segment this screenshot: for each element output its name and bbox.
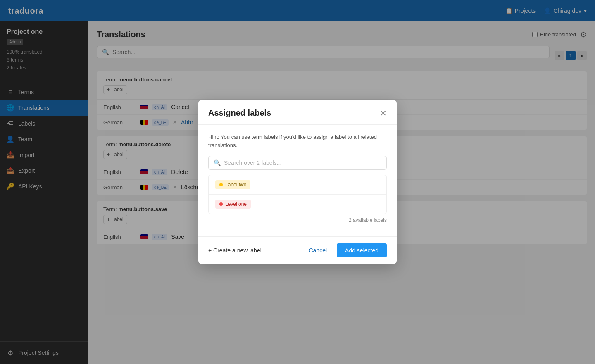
modal-search-icon: 🔍	[214, 159, 221, 166]
label-dot	[219, 183, 223, 186]
list-item[interactable]: Label two	[209, 175, 386, 195]
modal-title: Assigned labels	[208, 108, 271, 118]
create-new-label-btn[interactable]: + Create a new label	[208, 247, 262, 254]
cancel-btn[interactable]: Cancel	[302, 243, 333, 257]
add-selected-btn[interactable]: Add selected	[337, 243, 387, 257]
list-item[interactable]: Level one	[209, 195, 386, 214]
label-text: Label two	[225, 182, 246, 188]
modal-close-btn[interactable]: ✕	[380, 109, 387, 117]
modal-header: Assigned labels ✕	[198, 100, 397, 125]
modal-body: Hint: You can use term labels if you'd l…	[198, 125, 397, 236]
label-tag-red: Level one	[215, 200, 251, 209]
label-tag-yellow: Label two	[215, 180, 250, 189]
modal-footer: + Create a new label Cancel Add selected	[198, 236, 397, 264]
modal-actions: Cancel Add selected	[302, 243, 387, 257]
label-text: Level one	[225, 201, 247, 207]
label-dot	[219, 202, 223, 206]
assigned-labels-modal: Assigned labels ✕ Hint: You can use term…	[198, 100, 397, 264]
modal-search-input[interactable]	[224, 159, 381, 166]
available-count: 2 available labels	[208, 217, 387, 223]
labels-list: Label two Level one	[208, 175, 387, 214]
modal-hint: Hint: You can use term labels if you'd l…	[208, 133, 387, 149]
modal-search: 🔍	[208, 156, 387, 170]
modal-overlay: Assigned labels ✕ Hint: You can use term…	[0, 0, 595, 364]
